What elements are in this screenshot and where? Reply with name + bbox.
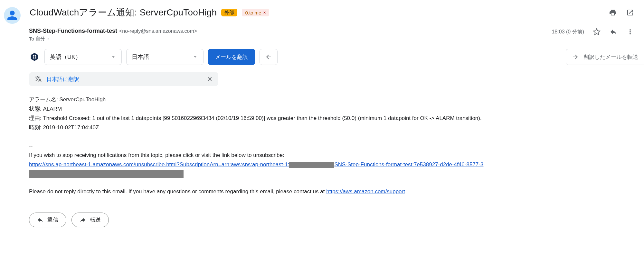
arrow-left-icon [265, 53, 272, 60]
action-buttons: 返信 転送 [29, 213, 634, 227]
unsub-intro: If you wish to stop receiving notificati… [29, 151, 634, 160]
to-value: 自分 [35, 36, 45, 42]
star-icon[interactable] [592, 28, 601, 36]
redacted-block [29, 170, 184, 178]
translate-button[interactable]: メールを翻訳 [208, 49, 255, 65]
time-value: 2019-10-02T17:04:40Z [43, 124, 99, 131]
more-icon[interactable] [626, 28, 634, 36]
unsubscribe-link-part1[interactable]: https://sns.ap-northeast-1.amazonaws.com… [29, 161, 289, 168]
translate-bar: 英語（UK） 日本語 メールを翻訳 翻訳したメールを転送 [29, 49, 634, 65]
alarm-name-value: ServerCpuTooHigh [59, 96, 106, 103]
separator: -- [29, 141, 634, 151]
to-me-badge[interactable]: 0.to me × [242, 9, 269, 16]
open-in-new-icon[interactable] [626, 8, 634, 17]
to-dropdown[interactable]: To 自分 [29, 36, 551, 42]
email-subject: CloudWatchアラーム通知: ServerCpuTooHigh [30, 6, 217, 19]
avatar[interactable] [4, 7, 21, 24]
sender-name: SNS-Step-Functions-format-test [29, 28, 117, 34]
reply-button-label: 返信 [47, 216, 58, 223]
arrow-right-icon [572, 53, 579, 60]
translate-chip-label[interactable]: 日本語に翻訳 [46, 76, 79, 83]
state-label: 状態: [29, 106, 42, 112]
translate-icon [35, 76, 42, 83]
lang-to-select[interactable]: 日本語 [126, 49, 204, 65]
to-me-badge-remove-icon[interactable]: × [263, 10, 266, 15]
chevron-down-icon [192, 54, 198, 60]
alarm-name-label: アラーム名: [29, 96, 58, 103]
reason-label: 理由: [29, 115, 42, 121]
chevron-down-icon [46, 37, 50, 41]
to-prefix: To [29, 36, 34, 41]
lang-to-label: 日本語 [132, 53, 149, 61]
forward-button-label: 転送 [90, 216, 101, 223]
subject-row: CloudWatchアラーム通知: ServerCpuTooHigh 外部 0.… [30, 6, 634, 19]
external-badge: 外部 [221, 9, 237, 16]
translate-hex-icon [29, 51, 40, 62]
forward-translated-label: 翻訳したメールを転送 [583, 53, 638, 61]
reply-button[interactable]: 返信 [29, 213, 66, 227]
email-body: アラーム名: ServerCpuTooHigh 状態: ALARM 理由: Th… [29, 95, 634, 196]
reply-icon [37, 217, 43, 223]
translate-back-button[interactable] [260, 49, 278, 65]
translate-chip: 日本語に翻訳 ✕ [29, 72, 218, 86]
print-icon[interactable] [609, 8, 617, 17]
lang-from-label: 英語（UK） [50, 53, 81, 61]
unsubscribe-link-part2[interactable]: SNS-Step-Functions-format-test:7e538927-… [334, 161, 483, 168]
reason-value: Threshold Crossed: 1 out of the last 1 d… [43, 115, 481, 121]
forward-button[interactable]: 転送 [71, 213, 109, 227]
sender-meta-row: SNS-Step-Functions-format-test <no-reply… [29, 28, 634, 42]
sender-email: <no-reply@sns.amazonaws.com> [119, 28, 197, 34]
lang-from-select[interactable]: 英語（UK） [44, 49, 122, 65]
state-value: ALARM [43, 106, 62, 112]
timestamp: 18:03 (0 分前) [552, 29, 584, 35]
to-me-badge-label: 0.to me [245, 10, 261, 15]
reply-icon[interactable] [609, 28, 618, 36]
redacted-inline [289, 162, 334, 168]
support-link[interactable]: https://aws.amazon.com/support [326, 188, 405, 195]
forward-icon [80, 217, 86, 223]
translate-chip-close-icon[interactable]: ✕ [207, 75, 213, 83]
time-label: 時刻: [29, 124, 42, 131]
footer-text: Please do not reply directly to this ema… [29, 188, 326, 195]
forward-translated-button[interactable]: 翻訳したメールを転送 [566, 49, 644, 65]
chevron-down-icon [110, 54, 116, 60]
